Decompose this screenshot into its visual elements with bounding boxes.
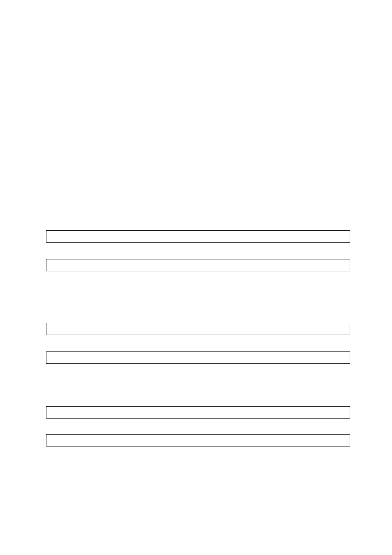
form-box-4 <box>46 352 350 364</box>
form-box-1 <box>46 230 350 243</box>
form-box-2 <box>46 259 350 271</box>
horizontal-rule <box>43 107 349 107</box>
document-page <box>0 0 392 555</box>
form-box-3 <box>46 323 350 335</box>
form-box-5 <box>46 406 350 419</box>
form-box-6 <box>46 434 350 446</box>
